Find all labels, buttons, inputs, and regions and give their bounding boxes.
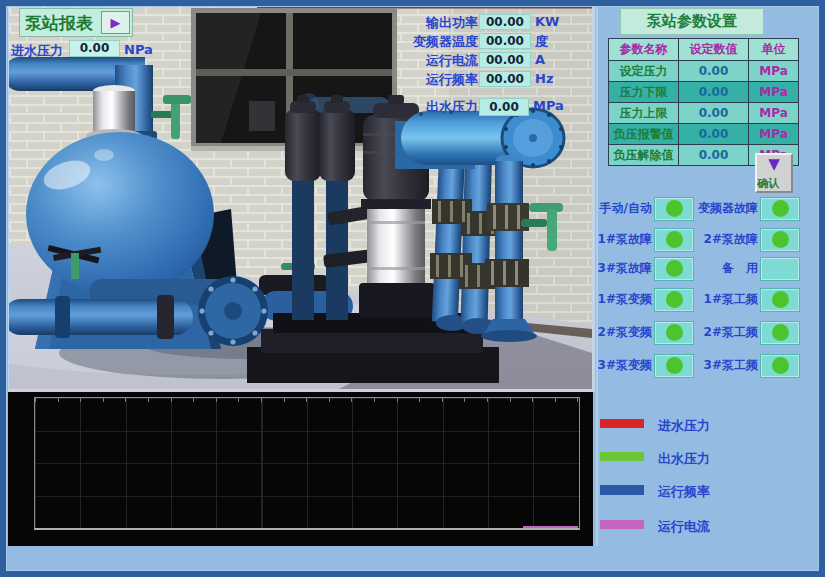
status-label: 1#泵变频 xyxy=(598,291,652,308)
parameter-table: 参数名称 设定数值 单位 设定压力 0.00 MPa 压力下限 0.00 MPa… xyxy=(608,38,799,166)
inlet-pressure-unit: NPa xyxy=(124,42,153,57)
param-name: 压力下限 xyxy=(609,82,679,103)
status-lamp-icon xyxy=(772,200,789,217)
status-indicator xyxy=(654,228,694,252)
status-indicator xyxy=(760,197,800,221)
status-indicator xyxy=(654,354,694,378)
status-label: 2#泵变频 xyxy=(598,324,652,341)
status-row: 3#泵故障 备 用 xyxy=(600,257,818,281)
report-button-label: 泵站报表 xyxy=(25,12,93,35)
status-lamp-icon xyxy=(666,324,683,341)
status-indicator xyxy=(760,257,800,281)
status-lamp-icon xyxy=(666,260,683,277)
scene-panel: 泵站报表 ▶ 进水压力 0.00 NPa 输出功率 00.00 KW 变频器温度… xyxy=(8,4,595,392)
reading-row: 运行频率 00.00 Hz xyxy=(9,71,592,88)
status-lamp-icon xyxy=(666,200,683,217)
status-label: 变频器故障 xyxy=(698,200,758,217)
outlet-pressure-unit: MPa xyxy=(533,98,564,113)
play-icon: ▶ xyxy=(101,11,130,34)
legend-item: 出水压力 xyxy=(600,450,818,464)
legend-label: 进水压力 xyxy=(658,417,710,435)
reading-unit: 度 xyxy=(535,33,548,51)
param-setpoint[interactable]: 0.00 xyxy=(679,103,749,124)
status-row: 手动/自动 变频器故障 xyxy=(600,197,818,221)
outlet-pressure-label: 出水压力 xyxy=(426,98,478,116)
outlet-pressure-row: 出水压力 0.00 MPa xyxy=(9,98,592,115)
inlet-pressure-label: 进水压力 xyxy=(11,42,63,60)
confirm-label: 确认 xyxy=(757,176,779,191)
status-row: 1#泵变频 1#泵工频 xyxy=(600,288,818,312)
status-row: 2#泵变频 2#泵工频 xyxy=(600,321,818,345)
param-setpoint[interactable]: 0.00 xyxy=(679,82,749,103)
param-setpoint[interactable]: 0.00 xyxy=(679,61,749,82)
reading-value: 00.00 xyxy=(479,14,531,30)
param-name: 设定压力 xyxy=(609,61,679,82)
legend-label: 运行频率 xyxy=(658,483,710,501)
legend-swatch-inlet xyxy=(600,419,644,428)
legend-label: 运行电流 xyxy=(658,518,710,536)
manifold xyxy=(395,109,564,169)
status-indicator xyxy=(654,288,694,312)
status-lamp-icon xyxy=(666,231,683,248)
param-unit: MPa xyxy=(749,124,799,145)
status-row: 3#泵变频 3#泵工频 xyxy=(600,354,818,378)
param-setpoint[interactable]: 0.00 xyxy=(679,145,749,166)
status-lamp-icon xyxy=(772,231,789,248)
param-unit: MPa xyxy=(749,61,799,82)
param-unit: MPa xyxy=(749,103,799,124)
status-lamp-icon xyxy=(772,324,789,341)
status-label: 2#泵工频 xyxy=(704,324,758,341)
flange-face xyxy=(198,276,268,346)
param-unit: MPa xyxy=(749,82,799,103)
status-indicator xyxy=(654,197,694,221)
trend-plot-area xyxy=(34,397,580,530)
report-button[interactable]: 泵站报表 ▶ xyxy=(19,8,133,37)
legend-item: 运行电流 xyxy=(600,518,818,532)
status-lamp-icon xyxy=(666,291,683,308)
status-label: 2#泵故障 xyxy=(704,231,758,248)
trend-chart xyxy=(8,392,593,546)
status-indicator xyxy=(654,257,694,281)
status-label: 备 用 xyxy=(722,260,758,277)
legend-item: 进水压力 xyxy=(600,417,818,431)
legend-label: 出水压力 xyxy=(658,450,710,468)
reading-label: 变频器温度 xyxy=(413,33,478,51)
pump-station-hmi: 泵站报表 ▶ 进水压力 0.00 NPa 输出功率 00.00 KW 变频器温度… xyxy=(0,0,825,577)
status-lamp-icon xyxy=(772,291,789,308)
status-label: 1#泵工频 xyxy=(704,291,758,308)
reading-label: 运行电流 xyxy=(426,52,478,70)
reading-value: 00.00 xyxy=(479,52,531,68)
status-lamp-icon xyxy=(772,357,789,374)
status-indicator xyxy=(760,228,800,252)
column-header: 设定数值 xyxy=(679,39,749,61)
status-indicator xyxy=(654,321,694,345)
status-lamp-icon xyxy=(666,357,683,374)
legend-item: 运行频率 xyxy=(600,483,818,497)
reading-value: 00.00 xyxy=(479,71,531,87)
settings-panel: 泵站参数设置 参数名称 设定数值 单位 设定压力 0.00 MPa 压力下限 0… xyxy=(600,4,818,564)
status-indicator xyxy=(760,354,800,378)
confirm-button[interactable]: ▼ 确认 xyxy=(755,153,793,193)
reading-unit: A xyxy=(535,52,545,67)
param-name: 压力上限 xyxy=(609,103,679,124)
reading-label: 输出功率 xyxy=(426,14,478,32)
trend-axis-ticks xyxy=(35,398,579,402)
status-label: 3#泵变频 xyxy=(598,357,652,374)
param-name: 负压解除值 xyxy=(609,145,679,166)
reading-value: 00.00 xyxy=(479,33,531,49)
param-name: 负压报警值 xyxy=(609,124,679,145)
reading-unit: KW xyxy=(535,14,559,29)
param-setpoint[interactable]: 0.00 xyxy=(679,124,749,145)
outlet-pressure-value: 0.00 xyxy=(479,98,529,116)
status-indicator xyxy=(760,321,800,345)
confirm-triangle-icon: ▼ xyxy=(757,156,791,172)
legend-swatch-current xyxy=(600,520,644,529)
status-indicator xyxy=(760,288,800,312)
status-label: 3#泵故障 xyxy=(598,260,652,277)
settings-title: 泵站参数设置 xyxy=(620,8,764,35)
reading-unit: Hz xyxy=(535,71,553,86)
legend-swatch-frequency xyxy=(600,485,644,495)
status-row: 1#泵故障 2#泵故障 xyxy=(600,228,818,252)
status-label: 3#泵工频 xyxy=(704,357,758,374)
status-label: 手动/自动 xyxy=(600,200,652,217)
